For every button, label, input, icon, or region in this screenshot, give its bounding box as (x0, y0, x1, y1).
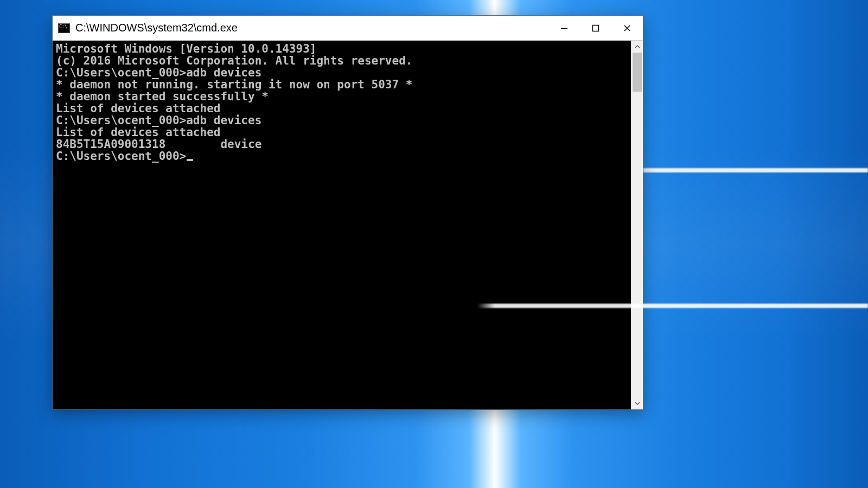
svg-rect-1 (593, 25, 599, 31)
maximize-button[interactable] (580, 16, 611, 40)
scroll-down-button[interactable] (631, 397, 643, 409)
terminal-line: List of devices attached (56, 126, 628, 138)
vertical-scrollbar[interactable] (631, 41, 643, 409)
terminal-cursor (187, 159, 193, 161)
terminal-output[interactable]: Microsoft Windows [Version 10.0.14393](c… (53, 41, 631, 409)
terminal-line: List of devices attached (56, 102, 628, 114)
scroll-up-button[interactable] (631, 41, 643, 53)
terminal-line: (c) 2016 Microsoft Corporation. All righ… (56, 55, 628, 67)
terminal-line: C:\Users\ocent_000>adb devices (56, 67, 628, 79)
cmd-app-icon (58, 23, 70, 33)
chevron-up-icon (635, 44, 640, 49)
minimize-button[interactable] (548, 16, 580, 40)
terminal-line: Microsoft Windows [Version 10.0.14393] (56, 43, 628, 55)
maximize-icon (592, 24, 599, 32)
minimize-icon (560, 24, 568, 32)
chevron-down-icon (635, 401, 640, 406)
terminal-line: 84B5T15A09001318 device (56, 138, 628, 150)
svg-rect-0 (561, 28, 567, 29)
terminal-line: C:\Users\ocent_000>adb devices (56, 114, 628, 126)
desktop-background: C:\WINDOWS\system32\cmd.exe Microsoft Wi… (0, 0, 868, 488)
terminal-line: * daemon started successfully * (56, 91, 628, 102)
close-icon (623, 24, 631, 32)
terminal-line: * daemon not running. starting it now on… (56, 79, 628, 91)
window-title: C:\WINDOWS\system32\cmd.exe (75, 22, 548, 34)
cmd-window: C:\WINDOWS\system32\cmd.exe Microsoft Wi… (52, 15, 643, 410)
scrollbar-thumb[interactable] (633, 53, 642, 92)
terminal-line: C:\Users\ocent_000> (56, 150, 628, 162)
window-titlebar[interactable]: C:\WINDOWS\system32\cmd.exe (53, 16, 643, 41)
close-button[interactable] (611, 16, 643, 40)
window-client-area: Microsoft Windows [Version 10.0.14393](c… (53, 41, 643, 409)
scrollbar-track[interactable] (631, 53, 643, 397)
window-controls (548, 16, 643, 40)
